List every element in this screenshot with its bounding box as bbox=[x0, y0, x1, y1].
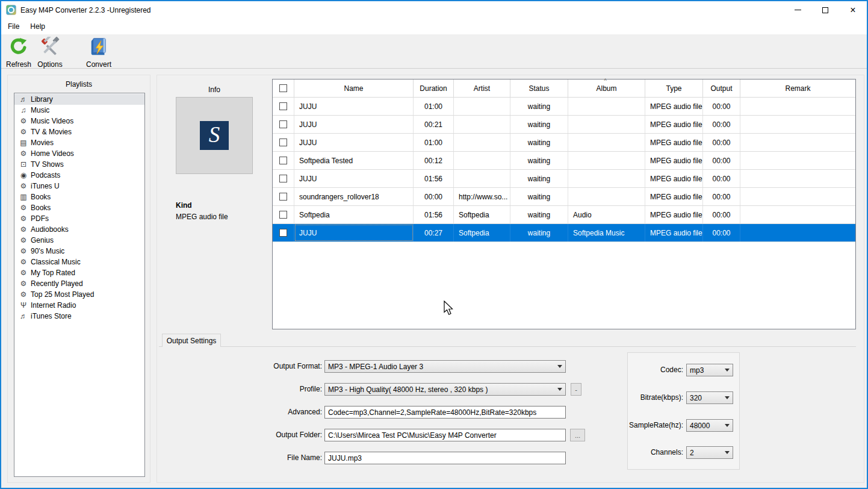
cell-remark bbox=[740, 98, 855, 115]
sidebar-item-podcasts[interactable]: ◉Podcasts bbox=[14, 170, 144, 181]
sidebar-item-itunes-store[interactable]: ♬iTunes Store bbox=[14, 311, 144, 322]
sidebar-item-movies[interactable]: ▤Movies bbox=[14, 137, 144, 148]
cell-output: 00:00 bbox=[703, 224, 740, 241]
select-all-header[interactable] bbox=[273, 79, 294, 97]
sidebar-item-recently-played[interactable]: ⚙Recently Played bbox=[14, 278, 144, 289]
sidebar-item-label: Books bbox=[31, 193, 51, 201]
channels-select[interactable]: 2 bbox=[686, 446, 733, 459]
sidebar-item-my-top-rated[interactable]: ⚙My Top Rated bbox=[14, 267, 144, 278]
codec-select[interactable]: mp3 bbox=[686, 364, 733, 376]
sidebar-item-books[interactable]: ⚙Books bbox=[14, 202, 144, 213]
gear-icon: ⚙ bbox=[18, 225, 29, 234]
sidebar-item-top-25-most-played[interactable]: ⚙Top 25 Most Played bbox=[14, 289, 144, 300]
row-checkbox[interactable] bbox=[279, 157, 287, 164]
sidebar-item-label: Movies bbox=[31, 139, 54, 147]
row-checkbox-cell bbox=[273, 134, 294, 151]
profile-remove-button[interactable]: - bbox=[571, 383, 581, 396]
column-header-artist[interactable]: Artist bbox=[454, 79, 510, 97]
browse-folder-button[interactable]: ... bbox=[570, 429, 585, 441]
row-checkbox[interactable] bbox=[279, 139, 287, 146]
sidebar-item-90-s-music[interactable]: ⚙90's Music bbox=[14, 246, 144, 257]
toolbar: Refresh Options bbox=[1, 34, 867, 69]
column-header-album[interactable]: Album^ bbox=[568, 79, 645, 97]
minimize-button[interactable] bbox=[784, 1, 811, 19]
sidebar-item-label: TV & Movies bbox=[31, 128, 72, 136]
options-button[interactable]: Options bbox=[35, 37, 65, 69]
cell-status: waiting bbox=[510, 224, 568, 241]
menu-file[interactable]: File bbox=[2, 20, 25, 33]
sidebar-item-audiobooks[interactable]: ⚙Audiobooks bbox=[14, 224, 144, 235]
cell-status: waiting bbox=[510, 188, 568, 205]
row-checkbox[interactable] bbox=[279, 120, 287, 128]
sidebar-item-library[interactable]: ♬Library bbox=[14, 94, 144, 105]
cell-remark bbox=[740, 224, 855, 241]
select-all-checkbox[interactable] bbox=[279, 84, 287, 92]
column-header-name[interactable]: Name bbox=[294, 79, 414, 97]
menu-help[interactable]: Help bbox=[25, 20, 51, 33]
table-row[interactable]: JUJU01:00waitingMPEG audio file00:00 bbox=[273, 98, 855, 116]
title-bar: Easy M4P Converter 2.2.3 -Unregistered × bbox=[1, 1, 867, 19]
cell-album bbox=[568, 98, 645, 115]
cell-status: waiting bbox=[510, 206, 568, 223]
table-row[interactable]: JUJU00:21waitingMPEG audio file00:00 bbox=[273, 116, 855, 134]
sidebar-item-tv-shows[interactable]: ⊡TV Shows bbox=[14, 159, 144, 170]
column-header-status[interactable]: Status bbox=[510, 79, 568, 97]
close-button[interactable]: × bbox=[839, 1, 867, 19]
tab-output-settings[interactable]: Output Settings bbox=[162, 334, 221, 347]
sidebar-item-music-videos[interactable]: ⚙Music Videos bbox=[14, 116, 144, 126]
cell-type: MPEG audio file bbox=[645, 224, 703, 241]
convert-label: Convert bbox=[83, 60, 114, 69]
row-checkbox[interactable] bbox=[279, 102, 287, 110]
cell-remark bbox=[740, 152, 855, 169]
sidebar-item-internet-radio[interactable]: ΨInternet Radio bbox=[14, 300, 144, 311]
row-checkbox[interactable] bbox=[279, 193, 287, 201]
cell-artist bbox=[454, 170, 510, 187]
row-checkbox[interactable] bbox=[279, 175, 287, 182]
sidebar-item-genius[interactable]: ⚙Genius bbox=[14, 235, 144, 246]
gear-icon: ⚙ bbox=[18, 269, 29, 277]
settings-pane-border bbox=[159, 346, 856, 347]
output-format-select[interactable]: MP3 - MPEG-1 Audio Layer 3 bbox=[324, 360, 566, 373]
bitrate-select[interactable]: 320 bbox=[686, 391, 733, 404]
row-checkbox-cell bbox=[273, 98, 294, 115]
column-header-label: Remark bbox=[785, 84, 810, 93]
table-row[interactable]: Softpedia Tested00:12waitingMPEG audio f… bbox=[273, 152, 855, 170]
options-icon bbox=[40, 51, 60, 59]
table-row[interactable]: JUJU01:56waitingMPEG audio file00:00 bbox=[273, 170, 855, 188]
file-name-input[interactable] bbox=[324, 452, 566, 464]
sidebar-item-home-videos[interactable]: ⚙Home Videos bbox=[14, 148, 144, 159]
table-row[interactable]: Softpedia01:56SoftpediawaitingAudioMPEG … bbox=[273, 206, 855, 224]
sidebar-item-music[interactable]: ♫Music bbox=[14, 105, 144, 116]
row-checkbox[interactable] bbox=[279, 211, 287, 219]
advanced-input[interactable] bbox=[324, 406, 566, 419]
maximize-button[interactable] bbox=[811, 1, 839, 19]
column-header-output[interactable]: Output bbox=[703, 79, 740, 97]
sidebar-item-tv-movies[interactable]: ⚙TV & Movies bbox=[14, 126, 144, 137]
gear-icon: ⚙ bbox=[18, 149, 29, 158]
cell-duration: 00:27 bbox=[414, 224, 454, 241]
table-row[interactable]: soundrangers_rollover1800:00http://www.s… bbox=[273, 188, 855, 206]
convert-button[interactable]: Convert bbox=[83, 37, 114, 69]
column-header-type[interactable]: Type bbox=[645, 79, 703, 97]
refresh-button[interactable]: Refresh bbox=[4, 37, 34, 69]
sidebar-item-classical-music[interactable]: ⚙Classical Music bbox=[14, 257, 144, 267]
table-row[interactable]: JUJU01:00waitingMPEG audio file00:00 bbox=[273, 134, 855, 152]
sidebar-item-pdfs[interactable]: ⚙PDFs bbox=[14, 213, 144, 224]
profile-select[interactable]: MP3 - High Quality( 48000 Hz, stereo , 3… bbox=[324, 383, 566, 396]
cell-duration: 00:12 bbox=[414, 152, 454, 169]
table-row[interactable]: JUJU00:27SoftpediawaitingSoftpedia Music… bbox=[273, 224, 855, 242]
samplerate-select[interactable]: 48000 bbox=[686, 419, 733, 432]
library-icon: ♬ bbox=[18, 95, 29, 104]
sidebar-item-label: Classical Music bbox=[31, 258, 81, 266]
sidebar-item-books[interactable]: ▥Books bbox=[14, 192, 144, 202]
column-header-duration[interactable]: Duration bbox=[414, 79, 454, 97]
sidebar-item-itunes-u[interactable]: ⚙iTunes U bbox=[14, 181, 144, 192]
cell-remark bbox=[740, 134, 855, 151]
column-header-remark[interactable]: Remark bbox=[740, 79, 855, 97]
playlists-title: Playlists bbox=[8, 75, 150, 89]
cell-duration: 01:00 bbox=[414, 98, 454, 115]
output-folder-input[interactable] bbox=[324, 429, 566, 441]
app-window: Easy M4P Converter 2.2.3 -Unregistered ×… bbox=[0, 0, 868, 489]
chevron-down-icon bbox=[725, 451, 730, 454]
row-checkbox[interactable] bbox=[279, 229, 287, 237]
